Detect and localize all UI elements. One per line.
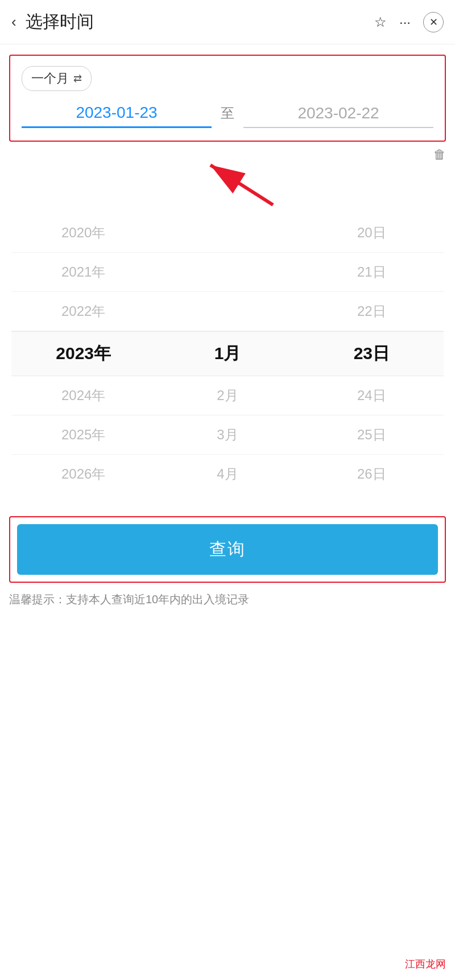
date-end[interactable]: 2023-02-22	[243, 104, 433, 128]
date-section: 一个月 ⇄ 2023-01-23 至 2023-02-22	[9, 55, 446, 142]
picker-row-1: 2021年 21日	[11, 253, 444, 292]
picker-row-5: 2025年 3月 25日	[11, 415, 444, 455]
year-6: 2026年	[11, 465, 155, 483]
date-start[interactable]: 2023-01-23	[22, 104, 212, 128]
picker-row-selected: 2023年 1月 23日	[11, 331, 444, 376]
day-0: 20日	[300, 224, 444, 242]
period-label: 一个月	[31, 70, 69, 87]
picker-rows: 2020年 20日 2021年 21日 2022年 22日	[0, 213, 455, 493]
month-4: 2月	[155, 386, 299, 405]
more-icon[interactable]: ···	[399, 14, 411, 30]
day-6: 26日	[300, 465, 444, 483]
year-5: 2025年	[11, 426, 155, 444]
year-1: 2021年	[11, 263, 155, 281]
bookmark-icon[interactable]: ☆	[374, 14, 387, 30]
year-4: 2024年	[11, 386, 155, 405]
picker-row-6: 2026年 4月 26日	[11, 455, 444, 493]
svg-line-1	[210, 165, 273, 205]
arrow-annotation	[9, 162, 446, 213]
month-6: 4月	[155, 465, 299, 483]
date-start-text: 2023-01-23	[22, 104, 212, 122]
date-end-text: 2023-02-22	[243, 104, 433, 122]
header-icons: ☆ ··· ✕	[374, 12, 444, 32]
picker-section: 2020年 20日 2021年 21日 2022年 22日	[0, 213, 455, 493]
swap-icon: ⇄	[73, 72, 82, 85]
year-2: 2022年	[11, 302, 155, 320]
year-selected: 2023年	[11, 342, 155, 365]
close-icon[interactable]: ✕	[423, 12, 444, 32]
query-button[interactable]: 查询	[17, 524, 438, 575]
arrow-svg	[193, 157, 284, 213]
query-section: 查询	[9, 516, 446, 583]
picker-row-2: 2022年 22日	[11, 292, 444, 331]
watermark: 江西龙网	[405, 957, 446, 971]
month-5: 3月	[155, 426, 299, 444]
date-start-underline	[22, 126, 212, 128]
date-separator: 至	[212, 104, 243, 128]
day-2: 22日	[300, 302, 444, 320]
year-0: 2020年	[11, 224, 155, 242]
delete-icon[interactable]: 🗑	[433, 147, 446, 162]
period-tag[interactable]: 一个月 ⇄	[22, 66, 92, 91]
date-row: 2023-01-23 至 2023-02-22	[22, 104, 433, 128]
date-end-underline	[243, 127, 433, 128]
tips-text: 温馨提示：支持本人查询近10年内的出入境记录	[9, 591, 446, 608]
back-button[interactable]: ‹	[11, 13, 16, 31]
page-title: 选择时间	[26, 10, 374, 34]
day-1: 21日	[300, 263, 444, 281]
picker-row-4: 2024年 2月 24日	[11, 376, 444, 415]
day-selected: 23日	[300, 342, 444, 365]
day-4: 24日	[300, 386, 444, 405]
picker-row-0: 2020年 20日	[11, 213, 444, 253]
month-selected: 1月	[155, 342, 299, 365]
header: ‹ 选择时间 ☆ ··· ✕	[0, 0, 455, 44]
day-5: 25日	[300, 426, 444, 444]
